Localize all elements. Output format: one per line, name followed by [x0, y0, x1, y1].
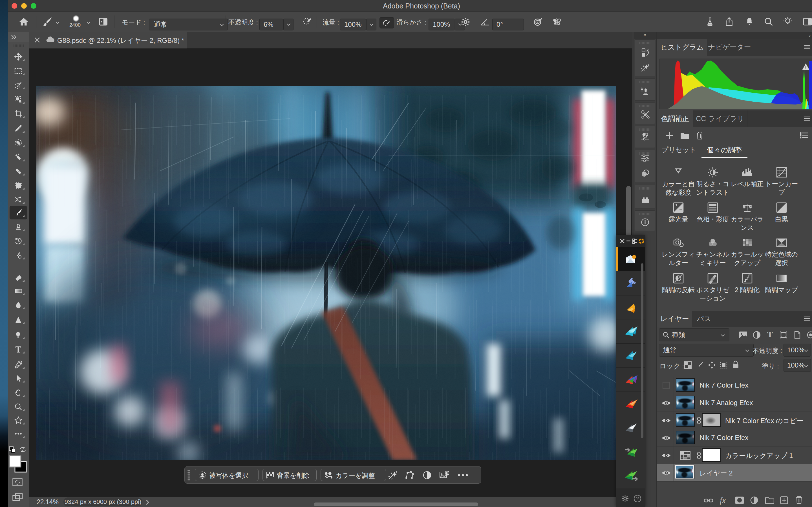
- svg-text:?: ?: [636, 496, 639, 501]
